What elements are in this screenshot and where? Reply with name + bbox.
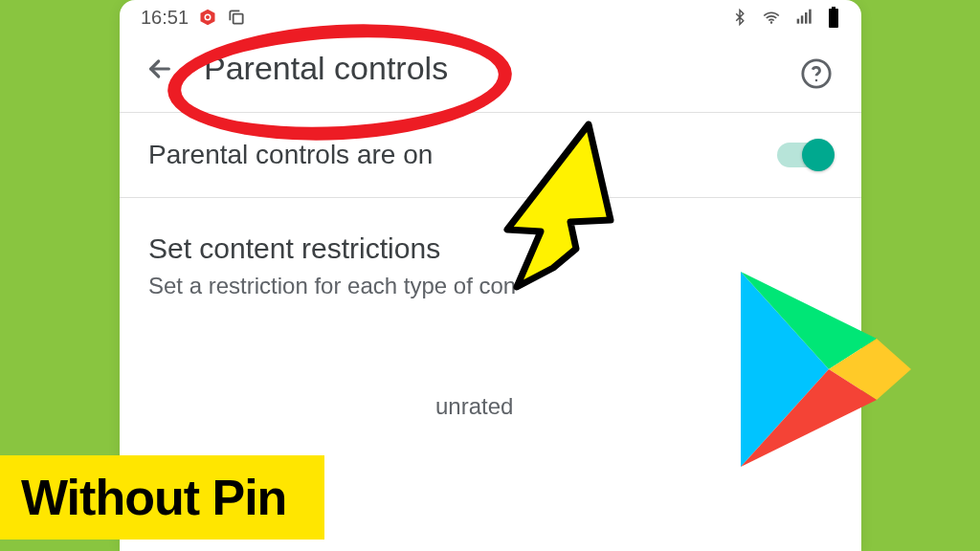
help-icon[interactable] xyxy=(800,57,833,90)
svg-point-1 xyxy=(206,15,210,19)
copy-icon xyxy=(227,8,246,27)
status-bar: 16:51 xyxy=(120,0,861,33)
toggle-switch[interactable] xyxy=(777,143,833,167)
section-title: Set content restrictions xyxy=(148,232,833,265)
svg-rect-6 xyxy=(809,10,812,24)
svg-rect-3 xyxy=(797,19,800,24)
svg-rect-4 xyxy=(801,15,804,23)
caption-overlay: Without Pin xyxy=(0,455,324,540)
status-time: 16:51 xyxy=(141,7,189,29)
toolbar: Parental controls xyxy=(120,33,861,112)
svg-point-10 xyxy=(815,79,818,82)
back-icon[interactable] xyxy=(145,54,175,84)
svg-rect-7 xyxy=(832,7,835,9)
svg-rect-8 xyxy=(829,9,838,28)
section-subtitle: Set a restriction for each type of con xyxy=(148,273,833,299)
wifi-icon xyxy=(760,8,783,27)
page-title: Parental controls xyxy=(204,50,448,87)
truncated-text: unrated xyxy=(120,393,861,420)
status-left: 16:51 xyxy=(141,7,246,29)
status-right xyxy=(731,7,840,28)
battery-icon xyxy=(827,7,840,28)
cellular-signal-icon xyxy=(794,8,815,27)
svg-rect-5 xyxy=(805,12,808,24)
content-restrictions-section: Set content restrictions Set a restricti… xyxy=(120,198,861,307)
parental-controls-toggle-row[interactable]: Parental controls are on xyxy=(120,113,861,197)
bluetooth-icon xyxy=(731,7,748,28)
toggle-knob xyxy=(802,139,835,171)
hexagon-icon xyxy=(198,8,217,27)
svg-rect-2 xyxy=(234,14,243,24)
toggle-label: Parental controls are on xyxy=(148,140,433,170)
